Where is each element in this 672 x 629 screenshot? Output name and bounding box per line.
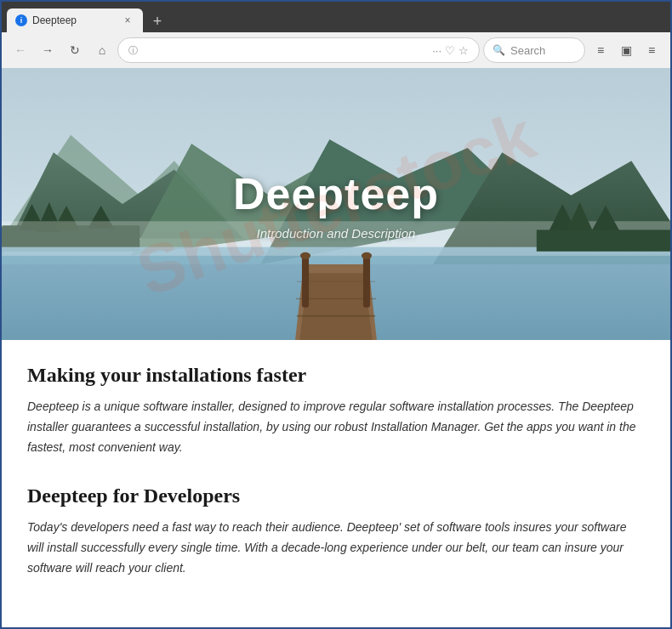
home-button[interactable]: ⌂ [90, 38, 114, 62]
sidebar-button[interactable]: ▣ [614, 38, 638, 62]
forward-button[interactable]: → [36, 38, 60, 62]
tab-favicon: i [15, 14, 27, 26]
tab-bar: i Deepteep × + [2, 2, 670, 32]
url-bar[interactable]: ⓘ ··· ♡ ☆ [117, 37, 480, 63]
reading-list-button[interactable]: ≡ [589, 38, 612, 62]
page-content[interactable]: Deepteep Introduction and Description Sh… [2, 68, 670, 627]
search-bar[interactable]: 🔍 Search [483, 37, 585, 63]
bookmark-button[interactable]: ♡ [445, 44, 455, 57]
hero-title: Deepteep [233, 168, 439, 219]
section-2-text: Today's developers need a fast way to re… [27, 518, 645, 578]
url-security-icon: ⓘ [128, 44, 138, 57]
search-icon: 🔍 [493, 44, 505, 56]
hero-overlay: Deepteep Introduction and Description [2, 68, 670, 340]
section-1-text: Deepteep is a unique software installer,… [27, 397, 645, 457]
section-2-title: Deepteep for Developers [27, 484, 645, 507]
browser-content-wrapper: Deepteep Introduction and Description Sh… [2, 68, 670, 627]
section-1: Making your installations faster Deeptee… [27, 364, 645, 457]
hero-subtitle: Introduction and Description [257, 226, 416, 241]
nav-right-buttons: ≡ ▣ ≡ [589, 38, 663, 62]
section-2: Deepteep for Developers Today's develope… [27, 484, 645, 578]
hero-section: Deepteep Introduction and Description Sh… [2, 68, 670, 340]
content-area: Making your installations faster Deeptee… [2, 340, 670, 627]
url-actions: ··· ♡ ☆ [432, 44, 469, 57]
nav-bar: ← → ↻ ⌂ ⓘ ··· ♡ ☆ 🔍 Search ≡ ▣ ≡ [2, 32, 670, 68]
refresh-button[interactable]: ↻ [63, 38, 87, 62]
tab-close-button[interactable]: × [121, 14, 134, 27]
menu-button[interactable]: ≡ [640, 38, 663, 62]
back-button[interactable]: ← [9, 38, 32, 62]
search-placeholder: Search [510, 44, 545, 57]
section-1-title: Making your installations faster [27, 364, 645, 387]
more-button[interactable]: ··· [432, 44, 441, 57]
new-tab-button[interactable]: + [146, 10, 168, 32]
browser-window: i Deepteep × + ← → ↻ ⌂ ⓘ ··· ♡ ☆ 🔍 Searc… [0, 0, 672, 629]
tab-title: Deepteep [32, 14, 116, 26]
active-tab[interactable]: i Deepteep × [7, 8, 143, 32]
star-button[interactable]: ☆ [458, 44, 469, 57]
